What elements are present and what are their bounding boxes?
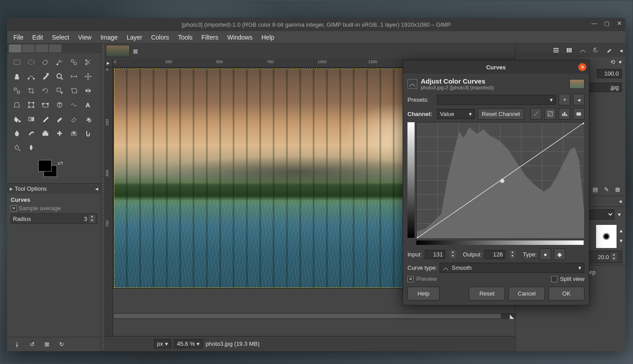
toolbox-tab[interactable] xyxy=(9,44,21,52)
menu-image[interactable]: Image xyxy=(97,32,121,43)
menu-tools[interactable]: Tools xyxy=(174,32,196,43)
paths-tool[interactable] xyxy=(25,70,37,83)
perspective-clone-tool[interactable] xyxy=(68,127,80,140)
delete-preset-icon[interactable]: ⊠ xyxy=(44,341,49,348)
sample-average-checkbox[interactable]: ✕ xyxy=(11,205,17,212)
swap-colors-icon[interactable]: ⮂ xyxy=(57,160,63,167)
dialog-titlebar[interactable]: Curves ✕ xyxy=(403,60,589,74)
move-tool[interactable] xyxy=(82,70,94,83)
point-type-smooth[interactable]: ● xyxy=(540,248,551,260)
panel-toggle-icon[interactable]: ▸ xyxy=(10,185,13,192)
blur-sharpen-tool[interactable] xyxy=(25,141,37,154)
rotate-tool[interactable] xyxy=(39,84,52,97)
handle-transform-tool[interactable] xyxy=(39,99,52,111)
rect-select-tool[interactable] xyxy=(11,56,23,68)
ok-button[interactable]: OK xyxy=(548,287,585,300)
document-tab-thumb[interactable] xyxy=(106,45,130,57)
color-swatches[interactable]: ⮂ xyxy=(38,160,63,181)
channels-dock-icon[interactable] xyxy=(564,45,575,55)
ellipse-select-tool[interactable] xyxy=(25,56,37,68)
split-view-checkbox[interactable] xyxy=(551,276,557,282)
minimize-button[interactable]: — xyxy=(591,20,598,27)
hist-type1-icon[interactable] xyxy=(559,108,570,120)
menu-view[interactable]: View xyxy=(75,32,95,43)
measure-tool[interactable] xyxy=(68,70,80,83)
brush-scroll-up[interactable]: ▴ xyxy=(620,227,623,234)
color-picker-tool[interactable] xyxy=(39,70,52,83)
input-value-field[interactable]: 131 xyxy=(425,250,445,259)
perspective-tool[interactable] xyxy=(11,99,23,111)
close-button[interactable]: ✕ xyxy=(616,20,623,27)
paths-dock-icon[interactable] xyxy=(577,45,589,55)
hist-type2-icon[interactable] xyxy=(573,108,585,120)
help-button[interactable]: Help xyxy=(407,287,439,300)
reset-button[interactable]: Reset xyxy=(469,287,505,300)
history-tab[interactable] xyxy=(36,44,48,52)
menu-windows[interactable]: Windows xyxy=(224,32,256,43)
dock-menu-icon[interactable]: ◂ xyxy=(620,47,623,54)
clone-tool[interactable] xyxy=(39,127,52,140)
radius-down[interactable]: ▾ xyxy=(89,219,95,223)
unit-select[interactable]: px▾ xyxy=(154,339,171,348)
channel-select[interactable]: Value▾ xyxy=(437,109,475,119)
fuzzy-select-tool[interactable] xyxy=(53,56,66,68)
dock2-menu-icon[interactable]: ◂ xyxy=(619,198,622,204)
output-value-field[interactable]: 126 xyxy=(484,250,505,259)
menu-layer[interactable]: Layer xyxy=(123,32,146,43)
brush-scroll-down[interactable]: ▾ xyxy=(620,237,623,244)
undo-history-icon[interactable] xyxy=(590,45,602,55)
zoom-menu-icon[interactable]: ▾ xyxy=(619,59,622,65)
reset-zoom-icon[interactable]: ⟲ xyxy=(610,59,615,65)
scissors-tool[interactable] xyxy=(82,56,94,68)
warp-tool[interactable] xyxy=(68,99,80,111)
bucket-fill-tool[interactable] xyxy=(11,113,23,125)
brush-editor-icon[interactable] xyxy=(604,45,615,55)
eraser-tool[interactable] xyxy=(68,113,80,125)
menu-select[interactable]: Select xyxy=(48,32,73,43)
curve-type-select[interactable]: Smooth▾ xyxy=(439,263,585,273)
nav-preview-icon[interactable]: ◣ xyxy=(509,313,515,319)
paintbrush-tool[interactable] xyxy=(53,113,66,125)
preview-checkbox[interactable]: ✕ xyxy=(407,276,414,282)
log-hist-icon[interactable] xyxy=(544,108,556,120)
mypaint-brush-tool[interactable] xyxy=(25,127,37,140)
delete-layer-icon[interactable]: ⊠ xyxy=(615,186,620,193)
airbrush-tool[interactable] xyxy=(82,113,94,125)
menu-help[interactable]: Help xyxy=(258,32,278,43)
brush-preview[interactable] xyxy=(596,225,617,248)
titlebar[interactable]: [photo3] (imported)-1.0 (RGB color 8-bit… xyxy=(7,18,625,31)
ruler-vertical[interactable]: 0 250 500 750 xyxy=(104,68,113,336)
linear-hist-icon[interactable] xyxy=(530,108,542,120)
edit-layer-icon[interactable]: ▤ xyxy=(593,186,598,193)
flip-tool[interactable] xyxy=(82,84,94,97)
shear-tool[interactable] xyxy=(68,84,80,97)
foreground-select-tool[interactable] xyxy=(11,70,23,83)
document-tab-close[interactable]: ⊠ xyxy=(132,48,139,55)
presets-select[interactable]: ▾ xyxy=(437,95,556,105)
preset-menu-button[interactable]: ◂ xyxy=(573,94,585,105)
maximize-button[interactable]: ▢ xyxy=(603,20,610,27)
point-type-corner[interactable]: ◆ xyxy=(554,248,565,260)
new-layer-icon[interactable]: ✎ xyxy=(604,186,609,193)
layers-dock-icon[interactable] xyxy=(550,45,562,55)
ruler-origin[interactable]: ▸ xyxy=(104,59,113,68)
panel-menu-icon[interactable]: ◂ xyxy=(95,185,98,192)
pencil-tool[interactable] xyxy=(39,113,52,125)
3d-transform-tool[interactable] xyxy=(53,99,66,111)
add-preset-button[interactable]: ＋ xyxy=(559,94,570,105)
text-tool[interactable]: A xyxy=(82,99,94,111)
device-tab[interactable] xyxy=(22,44,35,52)
heal-tool[interactable] xyxy=(53,127,66,140)
zoom-tool[interactable] xyxy=(53,70,66,83)
menu-filters[interactable]: Filters xyxy=(198,32,222,43)
dialog-close-button[interactable]: ✕ xyxy=(578,63,586,71)
menu-file[interactable]: File xyxy=(10,32,27,43)
brush-dropdown-icon[interactable]: ▾ xyxy=(618,211,621,218)
by-color-select-tool[interactable] xyxy=(68,56,80,68)
radius-field[interactable]: Radius 3 ▴▾ xyxy=(11,213,97,224)
curve-editor[interactable] xyxy=(416,122,584,238)
menu-colors[interactable]: Colors xyxy=(148,32,173,43)
images-tab[interactable] xyxy=(49,44,61,52)
dodge-burn-tool[interactable] xyxy=(11,141,23,154)
save-preset-icon[interactable]: ⭳ xyxy=(14,341,20,348)
